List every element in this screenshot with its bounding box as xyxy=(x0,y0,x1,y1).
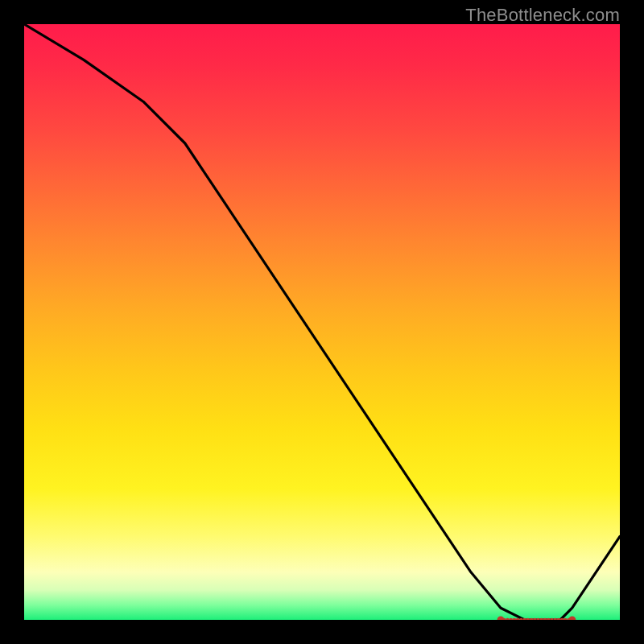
chart-svg xyxy=(24,24,620,620)
flat-marker xyxy=(547,618,551,620)
chart-line-group xyxy=(24,24,620,620)
flat-marker xyxy=(533,618,537,620)
flat-marker xyxy=(564,618,568,620)
plot-area xyxy=(24,24,620,620)
flat-marker xyxy=(509,618,513,620)
watermark-text: TheBottleneck.com xyxy=(465,5,620,26)
flat-marker xyxy=(513,618,517,620)
flat-marker xyxy=(530,618,534,620)
curve-line xyxy=(24,24,620,620)
flat-marker xyxy=(557,618,561,620)
chart-frame: TheBottleneck.com xyxy=(0,0,644,644)
flat-marker xyxy=(526,618,530,620)
flat-marker xyxy=(553,618,557,620)
flat-marker xyxy=(506,618,510,620)
flat-marker xyxy=(543,618,547,620)
flat-marker xyxy=(550,618,554,620)
flat-marker xyxy=(539,618,543,620)
flat-marker xyxy=(536,618,540,620)
